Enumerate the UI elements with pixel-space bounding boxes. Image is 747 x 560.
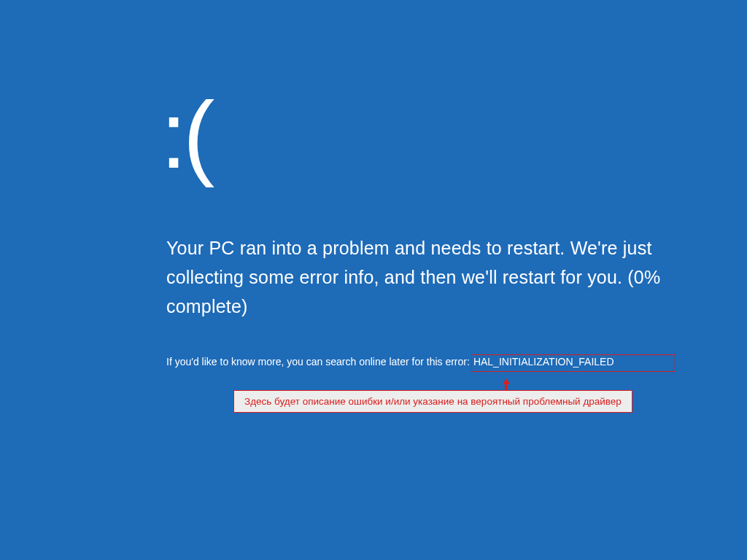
- arrow-up-icon: [502, 378, 511, 390]
- sad-face-icon: :(: [160, 88, 692, 182]
- sub-message-prefix: If you'd like to know more, you can sear…: [166, 356, 470, 368]
- annotation-callout: Здесь будет описание ошибки и/или указан…: [233, 390, 632, 413]
- bsod-content: :( Your PC ran into a problem and needs …: [166, 88, 692, 372]
- main-error-message: Your PC ran into a problem and needs to …: [166, 233, 692, 321]
- sub-error-message: If you'd like to know more, you can sear…: [166, 354, 692, 372]
- error-code-highlighted: HAL_INITIALIZATION_FAILED: [471, 354, 676, 372]
